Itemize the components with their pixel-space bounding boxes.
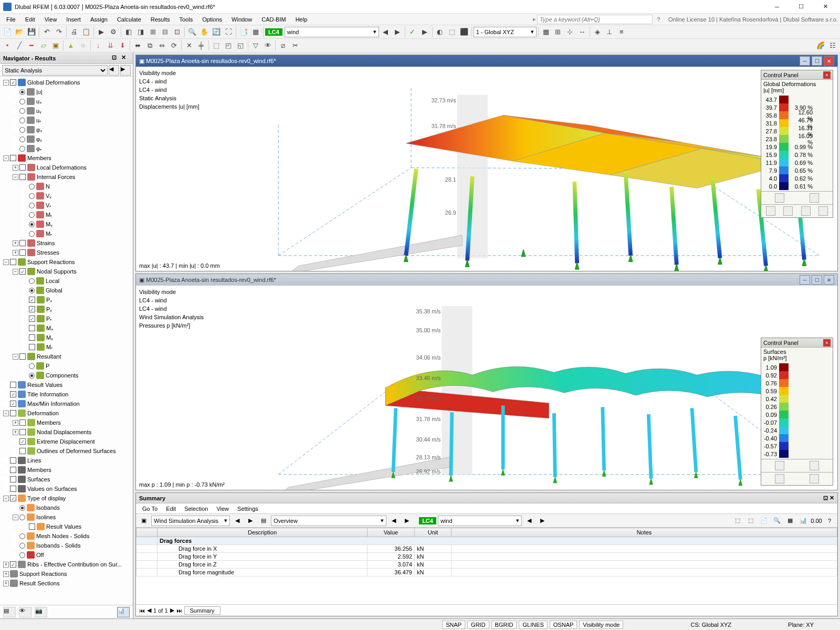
rotate2-icon[interactable]: ⟳: [168, 40, 180, 51]
tree-item[interactable]: Surfaces: [0, 475, 133, 484]
clip-icon[interactable]: ✂: [289, 40, 301, 51]
nav-tab-data[interactable]: ▤: [3, 607, 16, 617]
menu-assign[interactable]: Assign: [86, 15, 112, 24]
sum-first-icon[interactable]: ⏮: [139, 607, 145, 614]
tree-item[interactable]: Isobands: [0, 503, 133, 512]
colormap-icon[interactable]: 🌈: [815, 40, 826, 51]
tree-item[interactable]: ✓Pᵣ: [0, 314, 133, 323]
tree-item[interactable]: N: [0, 182, 133, 191]
tree-item[interactable]: +Members: [0, 418, 133, 427]
tree-item[interactable]: Mᵣ: [0, 342, 133, 352]
menu-calculate[interactable]: Calculate: [113, 15, 145, 24]
del-icon[interactable]: ✕: [183, 40, 195, 51]
sum-lc-select[interactable]: wind▾: [438, 516, 522, 526]
tree-item[interactable]: Mesh Nodes - Solids: [0, 531, 133, 541]
nav-next-icon[interactable]: ▶: [120, 65, 131, 76]
cp-btn2[interactable]: [810, 193, 819, 203]
menu-options[interactable]: Options: [198, 15, 226, 24]
pin-icon[interactable]: ⊡: [112, 54, 120, 62]
sum-t7-icon[interactable]: 0.00: [811, 515, 822, 527]
status-snap[interactable]: SNAP: [442, 621, 465, 629]
tree-item[interactable]: Mᵣ: [0, 229, 133, 238]
status-grid[interactable]: GRID: [467, 621, 489, 629]
sum-combo-analysis[interactable]: Wind Simulation Analysis▾: [151, 516, 230, 526]
cp-tab3[interactable]: [801, 206, 811, 216]
sum-nextp-icon[interactable]: ▶: [170, 607, 174, 614]
tree-item[interactable]: Off: [0, 550, 133, 560]
solid-shape-icon[interactable]: ▣: [50, 40, 61, 51]
lc-next-icon[interactable]: ▶: [392, 26, 403, 38]
sum-t3-icon[interactable]: 📄: [758, 515, 770, 527]
load2-icon[interactable]: ⇊: [104, 40, 116, 51]
tree-item[interactable]: φᵣ: [0, 144, 133, 153]
keyword-search[interactable]: [537, 15, 653, 24]
view4-icon[interactable]: ⊟: [159, 26, 171, 38]
menu-help[interactable]: Help: [291, 15, 312, 24]
print-icon[interactable]: 🖨: [68, 26, 80, 38]
tree-item[interactable]: −✓Global Deformations: [0, 78, 133, 87]
cp-tab4[interactable]: [818, 206, 828, 216]
menu-window[interactable]: Window: [227, 15, 256, 24]
menu-results[interactable]: Results: [146, 15, 174, 24]
grid2-icon[interactable]: ⊞: [552, 26, 564, 38]
analysis-type-select[interactable]: Static Analysis: [2, 65, 108, 76]
view3-icon[interactable]: ⊞: [147, 26, 159, 38]
sum-menu-view[interactable]: View: [213, 505, 232, 512]
save-icon[interactable]: 💾: [26, 26, 37, 38]
tree-item[interactable]: +Nodal Displacements: [0, 427, 133, 437]
sum-t2-icon[interactable]: ⬚: [745, 515, 757, 527]
nav-icon[interactable]: 📑: [238, 26, 249, 38]
view-min-icon[interactable]: ─: [800, 56, 810, 66]
shade-icon[interactable]: ◐: [434, 26, 446, 38]
nav-prev-icon[interactable]: ◀: [109, 65, 119, 76]
anim-icon[interactable]: ▶: [419, 26, 430, 38]
view5-icon[interactable]: ⊡: [171, 26, 183, 38]
status-vismode[interactable]: Visibility mode: [579, 621, 623, 629]
sum-menu-selection[interactable]: Selection: [181, 505, 211, 512]
calc-icon[interactable]: ▶: [96, 26, 107, 38]
menu-view[interactable]: View: [40, 15, 61, 24]
tree-item[interactable]: Mᵧ: [0, 333, 133, 342]
cp-tab2[interactable]: [783, 206, 793, 216]
results-tree[interactable]: −✓Global Deformations|u|uₓuᵧuᵣφₓφᵧφᵣ−Mem…: [0, 77, 133, 605]
status-bgrid[interactable]: BGRID: [491, 621, 517, 629]
sum-prev2-icon[interactable]: ◀: [388, 515, 400, 527]
tree-item[interactable]: ✓Pᵧ: [0, 304, 133, 314]
tree-item[interactable]: +Strains: [0, 238, 133, 248]
view-max-icon[interactable]: ☐: [812, 56, 822, 66]
redo-icon[interactable]: ↷: [53, 26, 65, 38]
menu-file[interactable]: File: [2, 15, 20, 24]
tree-item[interactable]: Local: [0, 276, 133, 286]
tree-item[interactable]: −Deformation: [0, 408, 133, 418]
tree-item[interactable]: uᵣ: [0, 116, 133, 125]
open-icon[interactable]: 📂: [14, 26, 25, 38]
surface-icon[interactable]: ▱: [38, 40, 49, 51]
tree-item[interactable]: −✓Nodal Supports: [0, 267, 133, 276]
nav-tab-views[interactable]: 📷: [35, 607, 47, 617]
table-icon[interactable]: ▦: [250, 26, 261, 38]
control-panel-1[interactable]: Control Panel× Global Deformations |u| […: [761, 70, 833, 218]
viewport-bottom[interactable]: 35.38 m/s 35.00 m/s 34.06 m/s 33.46 m/s …: [136, 286, 837, 490]
tree-item[interactable]: P: [0, 361, 133, 371]
line-icon[interactable]: ╱: [14, 40, 25, 51]
settings-icon[interactable]: ⚙: [108, 26, 119, 38]
sum-lc-next-icon[interactable]: ▶: [537, 515, 548, 527]
member-icon[interactable]: ━: [26, 40, 37, 51]
filter-icon[interactable]: ▽: [250, 40, 261, 51]
tree-item[interactable]: −Internal Forces: [0, 172, 133, 182]
undo-icon[interactable]: ↶: [41, 26, 52, 38]
cp2-btn1[interactable]: [775, 461, 784, 470]
tree-item[interactable]: uₓ: [0, 97, 133, 106]
divide-icon[interactable]: ╪: [195, 40, 207, 51]
copy-icon[interactable]: ⧉: [144, 40, 155, 51]
report-icon[interactable]: 📋: [80, 26, 92, 38]
view2-close-icon[interactable]: ✕: [824, 275, 834, 285]
loadcase-selector[interactable]: LC4 wind▾: [265, 27, 379, 37]
viewport-top[interactable]: 32.73 m/s 31.78 m/s 28.1 26.9 Visibility…: [136, 67, 837, 271]
tree-item[interactable]: ✓Max/Min Information: [0, 399, 133, 408]
tree-item[interactable]: +Stresses: [0, 248, 133, 257]
nav-tab-results[interactable]: 📊: [117, 607, 130, 617]
mirror-icon[interactable]: ⇔: [156, 40, 167, 51]
status-osnap[interactable]: OSNAP: [550, 621, 578, 629]
view2-min-icon[interactable]: ─: [800, 275, 810, 285]
